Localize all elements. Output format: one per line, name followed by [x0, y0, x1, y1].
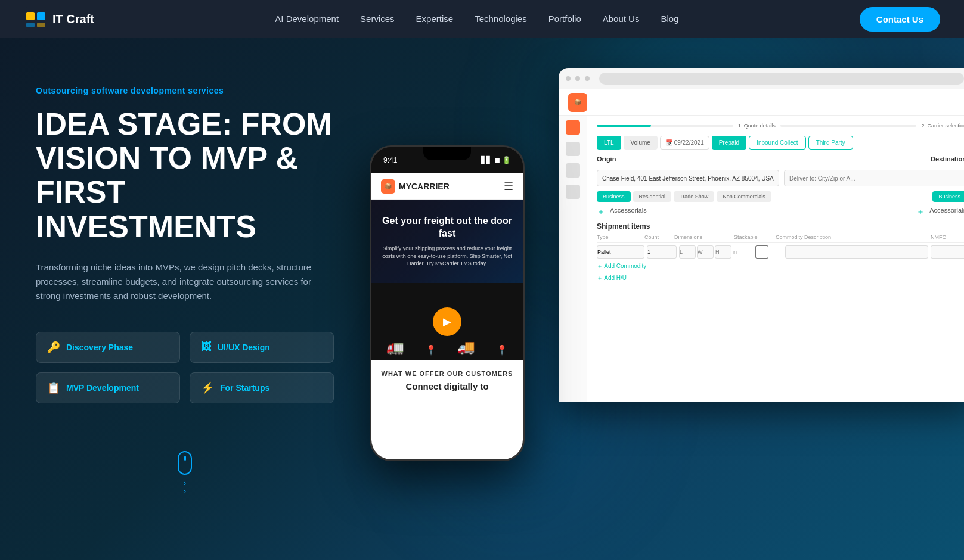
laptop-sidebar: 1. Quote details 2. Carrier selection LT… [559, 116, 964, 402]
col-dimensions: Dimensions [674, 234, 734, 240]
add-accessorials-icon[interactable]: ＋ [597, 207, 605, 217]
sidebar-icon-4[interactable] [566, 185, 580, 199]
ui-ux-design-button[interactable]: 🖼 UI/UX Design [190, 332, 334, 363]
dim-h[interactable] [715, 245, 731, 259]
sidebar-icon-3[interactable] [566, 163, 580, 178]
mycarrier-icon: 📦 [381, 179, 395, 194]
commodity-input[interactable] [785, 245, 928, 259]
app-logo-icon: 📦 [574, 99, 581, 105]
laptop-mockup: 📦 [559, 68, 964, 402]
navbar: IT Craft AI Development Services Experti… [0, 0, 964, 38]
laptop-back-btn[interactable] [566, 76, 571, 81]
dim-w[interactable] [697, 245, 714, 259]
left-icon-bar [559, 116, 587, 402]
scroll-arrows: › › [184, 480, 186, 495]
scroll-arrow-2: › [184, 488, 186, 495]
destination-business-tab[interactable]: Business [932, 191, 964, 202]
map-pin-1: 📍 [425, 344, 437, 356]
sidebar-icon-1[interactable] [566, 120, 580, 135]
phone-mockup: 9:41 ▋▋ ◼ 🔋 📦 MYCARRIER ☰ Get your freig [370, 145, 525, 461]
sidebar-icon-2[interactable] [566, 142, 580, 156]
destination-label: Destination [931, 155, 964, 163]
mvp-icon: 📋 [47, 381, 60, 394]
discovery-phase-button[interactable]: 🔑 Discovery Phase [36, 332, 180, 363]
add-commodity-link[interactable]: ＋ Add Commodity [597, 262, 964, 270]
progress-line [597, 125, 733, 127]
col-stackable: Stackable [734, 234, 776, 240]
svg-rect-4 [37, 23, 45, 27]
laptop-topbar [559, 68, 964, 89]
laptop-refresh-btn[interactable] [585, 76, 590, 81]
stackable-checkbox[interactable] [741, 245, 783, 259]
nav-services[interactable]: Services [360, 14, 395, 24]
laptop-url-bar [599, 73, 964, 85]
laptop-forward-btn[interactable] [575, 76, 580, 81]
phone-what-we-offer: WHAT WE OFFER OUR CUSTOMERS [381, 370, 513, 377]
phone-sub-text: Simplify your shipping process and reduc… [381, 245, 513, 267]
nav-ai-development[interactable]: AI Development [275, 14, 339, 24]
nmfc-input[interactable] [931, 245, 964, 259]
progress-line-2 [780, 125, 917, 127]
nav-technologies[interactable]: Technologies [475, 14, 527, 24]
third-party-tab[interactable]: Third Party [808, 136, 853, 150]
type-input[interactable] [597, 245, 644, 259]
nav-about-us[interactable]: About Us [603, 14, 640, 24]
logo[interactable]: IT Craft [24, 7, 94, 31]
truck-icon-right: 🚚 [457, 339, 475, 356]
origin-destination-row [597, 170, 964, 186]
map-pin-2: 📍 [496, 344, 508, 356]
hero-section: Outsourcing software development service… [0, 38, 964, 560]
location-type-tabs: Business Residential Trade Show Non Comm… [597, 191, 964, 202]
col-commodity: Commodity Description [776, 234, 931, 240]
for-startups-button[interactable]: ⚡ For Startups [190, 372, 334, 403]
progress-bar-area: 1. Quote details 2. Carrier selection [597, 123, 964, 129]
design-icon: 🖼 [201, 341, 212, 353]
svg-rect-2 [37, 12, 45, 20]
nav-portfolio[interactable]: Portfolio [548, 14, 581, 24]
mvp-development-button[interactable]: 📋 MVP Development [36, 372, 180, 403]
hero-subtitle: Outsourcing software development service… [36, 86, 334, 95]
date-field[interactable]: 📅 09/22/2021 [660, 136, 709, 150]
contact-us-button[interactable]: Contact Us [860, 7, 940, 32]
startup-icon: ⚡ [201, 381, 214, 394]
ltl-tab[interactable]: LTL [597, 136, 621, 150]
laptop-content: 📦 [559, 89, 964, 402]
nav-expertise[interactable]: Expertise [416, 14, 454, 24]
col-nmfc: NMFC [931, 234, 964, 240]
svg-rect-3 [26, 23, 35, 27]
scroll-mouse-icon [178, 451, 192, 475]
count-input[interactable] [647, 245, 677, 259]
hero-description: Transforming niche ideas into MVPs, we d… [36, 260, 322, 303]
logo-icon [24, 7, 48, 31]
hero-buttons: 🔑 Discovery Phase 🖼 UI/UX Design 📋 MVP D… [36, 332, 334, 403]
hero-right: 📦 [370, 38, 964, 560]
mvp-label: MVP Development [66, 383, 139, 393]
phone-menu-icon[interactable]: ☰ [504, 180, 513, 193]
origin-input[interactable] [597, 170, 779, 186]
trade-show-tab[interactable]: Trade Show [674, 191, 714, 202]
non-commercials-tab[interactable]: Non Commercials [717, 191, 771, 202]
accessorials-right-label: Accessorials [929, 207, 964, 217]
origin-label: Origin [597, 155, 616, 163]
shipment-row-1: in [597, 245, 964, 259]
add-hu-link[interactable]: ＋ Add H/U [597, 274, 964, 282]
add-accessorials-right-icon[interactable]: ＋ [916, 207, 925, 217]
col-type: Type [597, 234, 644, 240]
phone-connect-text: Connect digitally to [381, 381, 513, 393]
play-button[interactable]: ▶ [433, 307, 461, 336]
nav-blog[interactable]: Blog [661, 14, 678, 24]
dimensions-inputs: in [679, 245, 739, 259]
business-tab[interactable]: Business [597, 191, 631, 202]
phone-time: 9:41 [383, 156, 397, 164]
residential-tab[interactable]: Residential [633, 191, 672, 202]
inbound-collect-tab[interactable]: Inbound Collect [749, 136, 806, 150]
volume-tab[interactable]: Volume [624, 136, 658, 150]
phone-hero-image: Get your freight out the door fast Simpl… [371, 200, 523, 283]
progress-fill [597, 125, 651, 127]
progress-step2: 2. Carrier selection [921, 123, 964, 129]
key-icon: 🔑 [47, 341, 60, 354]
phone-bottom-section: WHAT WE OFFER OUR CUSTOMERS Connect digi… [371, 360, 523, 402]
prepaid-tab[interactable]: Prepaid [712, 136, 746, 150]
destination-input[interactable] [784, 170, 964, 186]
dim-l[interactable] [679, 245, 696, 259]
